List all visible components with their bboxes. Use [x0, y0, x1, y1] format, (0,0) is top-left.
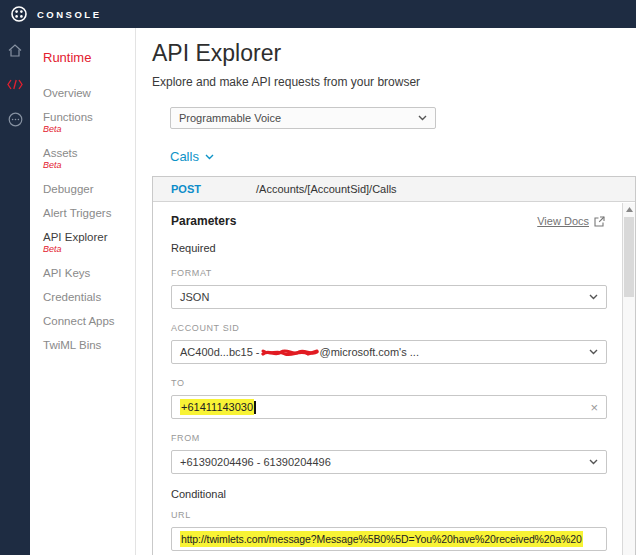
chevron-down-icon [205, 154, 214, 160]
sidebar-item-label: Debugger [43, 183, 135, 195]
resource-dropdown-value: Calls [170, 149, 199, 164]
sidebar-item-label: Connect Apps [43, 315, 135, 327]
sidebar-item-label: API Keys [43, 267, 135, 279]
to-input-value: +61411143030 [180, 399, 254, 415]
twilio-logo-icon[interactable] [11, 6, 27, 22]
console-brand-label: CONSOLE [37, 9, 101, 20]
url-input[interactable]: http://twimlets.com/message?Message%5B0%… [171, 527, 607, 551]
sidebar-section-runtime[interactable]: Runtime [43, 50, 135, 65]
sidebar-item-overview[interactable]: Overview [43, 87, 135, 99]
request-panel: POST /Accounts/[AccountSid]/Calls Parame… [152, 176, 636, 555]
sidebar-item-api-keys[interactable]: API Keys [43, 267, 135, 279]
page-subtitle: Explore and make API requests from your … [152, 75, 636, 89]
format-select-value: JSON [180, 291, 209, 303]
from-select-value: +61390204496 - 61390204496 [180, 456, 331, 468]
clear-icon[interactable]: × [586, 400, 598, 415]
sidebar-item-label: API Explorer [43, 231, 135, 243]
http-method-label: POST [171, 183, 256, 195]
product-dropdown[interactable]: Programmable Voice [170, 107, 436, 129]
product-dropdown-value: Programmable Voice [179, 112, 281, 124]
redaction-scribble [261, 347, 319, 358]
from-label: FROM [171, 433, 607, 444]
beta-badge: Beta [43, 159, 135, 171]
view-docs-label: View Docs [537, 215, 589, 227]
account-sid-select-value: AC400d...bc15 - @microsoft.com's ... [180, 346, 419, 358]
chevron-down-icon [418, 115, 427, 121]
product-icon-rail [0, 28, 30, 555]
sidebar-items-list: OverviewFunctionsBetaAssetsBetaDebuggerA… [43, 87, 135, 351]
request-panel-body: Parameters View Docs Required FORMAT JSO… [153, 202, 635, 555]
chevron-down-icon [589, 459, 598, 465]
account-sid-prefix: AC400d...bc15 - [180, 346, 260, 358]
account-sid-select[interactable]: AC400d...bc15 - @microsoft.com's ... [171, 340, 607, 364]
sidebar-item-label: Assets [43, 147, 135, 159]
sidebar-item-label: Alert Triggers [43, 207, 135, 219]
request-path: /Accounts/[AccountSid]/Calls [256, 183, 397, 195]
beta-badge: Beta [43, 123, 135, 135]
sidebar-item-connect-apps[interactable]: Connect Apps [43, 315, 135, 327]
sidebar: Runtime OverviewFunctionsBetaAssetsBetaD… [30, 28, 136, 555]
sidebar-item-debugger[interactable]: Debugger [43, 183, 135, 195]
scrollbar[interactable] [622, 203, 635, 555]
from-select[interactable]: +61390204496 - 61390204496 [171, 450, 607, 474]
home-icon[interactable] [8, 44, 22, 57]
sidebar-item-label: Functions [43, 111, 135, 123]
scroll-up-button[interactable] [623, 203, 635, 216]
sidebar-item-alert-triggers[interactable]: Alert Triggers [43, 207, 135, 219]
chevron-down-icon [589, 294, 598, 300]
code-icon[interactable] [7, 79, 23, 90]
view-docs-link[interactable]: View Docs [537, 215, 605, 227]
format-label: FORMAT [171, 268, 607, 279]
sidebar-item-label: Overview [43, 87, 135, 99]
main-content: API Explorer Explore and make API reques… [136, 28, 636, 555]
account-sid-suffix: @microsoft.com's ... [320, 346, 419, 358]
required-section-label: Required [171, 242, 607, 254]
url-input-value: http://twimlets.com/message?Message%5B0%… [180, 531, 583, 547]
sidebar-item-assets[interactable]: AssetsBeta [43, 147, 135, 171]
sidebar-item-functions[interactable]: FunctionsBeta [43, 111, 135, 135]
request-panel-header: POST /Accounts/[AccountSid]/Calls [153, 177, 635, 202]
url-label: URL [171, 510, 607, 521]
sidebar-item-credentials[interactable]: Credentials [43, 291, 135, 303]
sidebar-item-twiml-bins[interactable]: TwiML Bins [43, 339, 135, 351]
beta-badge: Beta [43, 243, 135, 255]
sidebar-item-api-explorer[interactable]: API ExplorerBeta [43, 231, 135, 255]
sidebar-item-label: Credentials [43, 291, 135, 303]
scrollbar-thumb[interactable] [624, 217, 634, 297]
parameters-title: Parameters [171, 214, 236, 228]
page-title: API Explorer [152, 40, 636, 67]
topbar: CONSOLE [0, 0, 636, 28]
text-caret [254, 401, 256, 414]
format-select[interactable]: JSON [171, 285, 607, 309]
external-link-icon [594, 216, 605, 227]
to-input[interactable]: +61411143030 × [171, 395, 607, 419]
chevron-down-icon [589, 349, 598, 355]
to-label: TO [171, 378, 607, 389]
resource-dropdown[interactable]: Calls [170, 149, 214, 164]
account-sid-label: ACCOUNT SID [171, 323, 607, 334]
chat-icon[interactable] [8, 112, 23, 127]
conditional-section-label: Conditional [171, 488, 607, 500]
sidebar-item-label: TwiML Bins [43, 339, 135, 351]
